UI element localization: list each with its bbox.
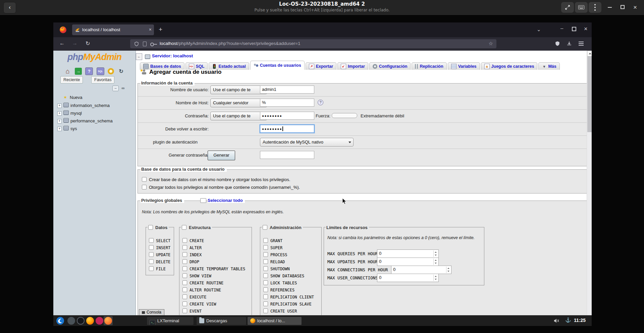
checkbox[interactable]: [182, 245, 187, 250]
tab-configuraci-n[interactable]: Configuración: [369, 62, 411, 70]
logout-icon[interactable]: →: [75, 68, 82, 75]
hamburger-menu-icon[interactable]: [579, 43, 584, 44]
checkbox[interactable]: [149, 238, 154, 243]
taskbar-window-lxterminal[interactable]: >_LXTerminal: [147, 317, 194, 325]
scrollbar-thumb[interactable]: [587, 56, 592, 132]
username-input[interactable]: admin1: [260, 86, 314, 94]
privilege-replication-slave[interactable]: REPLICATION SLAVE: [263, 301, 312, 308]
window-restore-icon[interactable]: [572, 26, 576, 32]
spinner-icon[interactable]: [446, 267, 450, 273]
vm-fullscreen-button[interactable]: [561, 2, 574, 13]
console-button[interactable]: Consola: [139, 309, 164, 315]
privilege-create-user[interactable]: CREATE USER: [263, 308, 297, 315]
tree-item-sys[interactable]: +sys: [57, 126, 77, 132]
tree-item-information-schema[interactable]: +information_schema: [57, 103, 110, 109]
vm-keyboard-button[interactable]: [575, 2, 588, 13]
collapse-all-icon[interactable]: –: [112, 86, 119, 91]
start-menu-icon[interactable]: [56, 317, 64, 325]
checkbox[interactable]: [182, 309, 187, 313]
spinner-icon[interactable]: [433, 259, 438, 265]
checkbox[interactable]: [263, 259, 268, 264]
expand-icon[interactable]: +: [57, 111, 62, 116]
limit-input[interactable]: 0: [377, 258, 439, 266]
tab-variables[interactable]: Variables: [448, 62, 480, 70]
checkbox[interactable]: [263, 280, 268, 285]
group-checkbox[interactable]: [182, 225, 186, 230]
page-info-icon[interactable]: [143, 42, 147, 46]
checkbox[interactable]: [263, 252, 268, 257]
checkbox[interactable]: [149, 245, 154, 250]
checkbox[interactable]: [182, 301, 187, 306]
privilege-execute[interactable]: EXECUTE: [182, 294, 207, 301]
auth-plugin-select[interactable]: Autenticación de MySQL nativo: [260, 138, 354, 147]
checkbox[interactable]: [149, 266, 154, 271]
help-icon[interactable]: ?: [85, 67, 93, 75]
vm-close-button[interactable]: ×: [633, 3, 637, 12]
taskbar-window-localhost-lo-[interactable]: localhost / lo...: [247, 317, 302, 325]
launcher-firefox-icon[interactable]: [86, 317, 94, 325]
tab-cuentas-de-usuarios[interactable]: Cuentas de usuarios: [250, 61, 305, 70]
privilege-reload[interactable]: RELOAD: [263, 259, 285, 266]
checkbox[interactable]: [263, 238, 268, 243]
tree-item-mysql[interactable]: +mysql: [57, 110, 82, 117]
password-input[interactable]: ●●●●●●●●: [260, 112, 314, 120]
bookmark-star-icon[interactable]: ☆: [489, 41, 493, 47]
retype-password-input[interactable]: ●●●●●●●●: [260, 125, 314, 133]
limit-input[interactable]: 0: [377, 274, 439, 282]
privilege-insert[interactable]: INSERT: [149, 244, 170, 252]
checkbox[interactable]: [182, 252, 187, 257]
privilege-event[interactable]: EVENT: [182, 308, 202, 315]
spinner-icon[interactable]: [433, 275, 438, 281]
anchor-tray-icon[interactable]: ⚓: [565, 317, 571, 323]
privilege-create[interactable]: CREATE: [182, 237, 204, 244]
limit-input[interactable]: 0: [377, 249, 439, 258]
shield-icon[interactable]: [135, 42, 139, 46]
select-all-checkbox[interactable]: [200, 198, 206, 203]
checkbox[interactable]: [182, 259, 187, 264]
host-help-icon[interactable]: [318, 100, 323, 105]
launcher-app-icon[interactable]: [96, 317, 103, 325]
scroll-up-icon[interactable]: [587, 51, 592, 56]
privilege-delete[interactable]: DELETE: [149, 259, 170, 266]
privilege-grant[interactable]: GRANT: [263, 237, 282, 244]
checkbox[interactable]: [263, 301, 268, 306]
tab-m-s[interactable]: ▾Más: [538, 62, 559, 70]
checkbox[interactable]: [182, 238, 187, 243]
refresh-icon[interactable]: ↻: [118, 68, 125, 75]
taskbar-window-descargas[interactable]: Descargas: [196, 317, 247, 325]
privilege-super[interactable]: SUPER: [263, 244, 282, 252]
privilege-show-databases[interactable]: SHOW DATABASES: [263, 273, 304, 280]
list-tabs-icon[interactable]: ⌄: [537, 26, 541, 33]
checkbox[interactable]: [149, 252, 154, 257]
privilege-drop[interactable]: DROP: [182, 259, 199, 266]
new-tab-button[interactable]: +: [159, 26, 162, 33]
privilege-create-temporary-tables[interactable]: CREATE TEMPORARY TABLES: [182, 266, 245, 273]
expand-icon[interactable]: +: [57, 119, 62, 123]
password-type-select[interactable]: Use el campo de te: [210, 112, 267, 120]
reload-button[interactable]: ↻: [86, 40, 90, 47]
browser-tab[interactable]: localhost / localhost ×: [72, 24, 154, 35]
privilege-create-routine[interactable]: CREATE ROUTINE: [182, 280, 223, 287]
volume-icon[interactable]: [554, 318, 559, 323]
expand-icon[interactable]: +: [57, 104, 62, 108]
limit-input[interactable]: 0: [391, 266, 451, 274]
checkbox[interactable]: [142, 185, 147, 189]
checkbox[interactable]: [182, 287, 187, 292]
host-type-select[interactable]: Cualquier servidor: [210, 99, 267, 107]
checkbox[interactable]: [263, 273, 268, 278]
sql-console-icon[interactable]: SQL: [97, 67, 104, 75]
page-scrollbar[interactable]: [587, 51, 592, 315]
hide-sidebar-toggle[interactable]: ←: [136, 53, 142, 60]
vm-restore-button[interactable]: [621, 5, 625, 9]
privilege-create-view[interactable]: CREATE VIEW: [182, 301, 216, 308]
checkbox[interactable]: [142, 177, 147, 182]
username-type-select[interactable]: Use el campo de te: [210, 86, 267, 94]
tab-exportar[interactable]: ↗Exportar: [306, 62, 336, 70]
back-button[interactable]: ←: [59, 40, 65, 46]
privilege-references[interactable]: REFERENCES: [263, 287, 294, 294]
privilege-update[interactable]: UPDATE: [149, 252, 170, 259]
privilege-index[interactable]: INDEX: [182, 252, 202, 259]
link-databases-icon[interactable]: ∞: [121, 86, 124, 91]
library-icon[interactable]: [567, 41, 572, 46]
checkbox[interactable]: [182, 294, 187, 299]
